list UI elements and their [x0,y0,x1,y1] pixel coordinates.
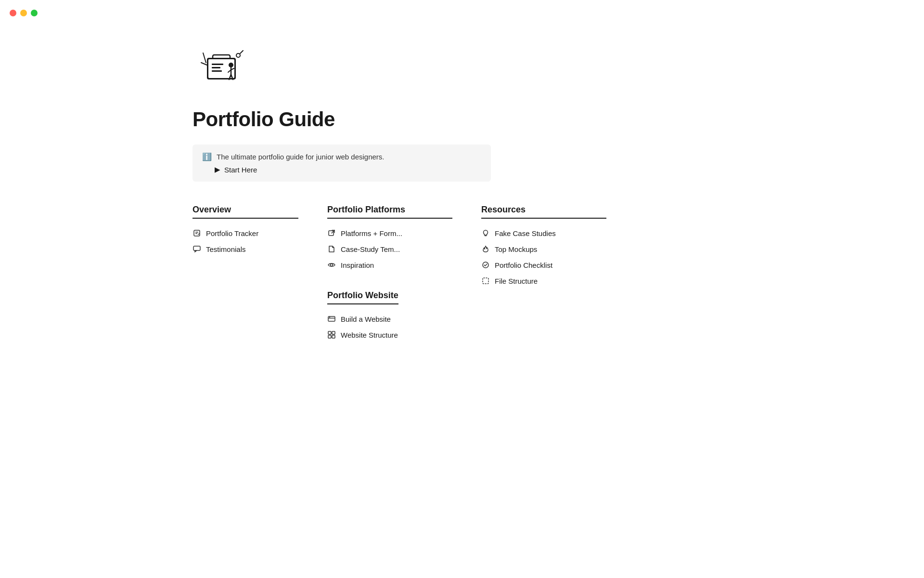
sidebar-item-file-structure[interactable]: File Structure [481,273,606,289]
column-resources: Resources Fake Case Studies Top Mockups [481,205,606,343]
column-overview-title: Overview [192,205,298,219]
play-icon: ▶ [215,165,220,174]
sidebar-item-build-a-website[interactable]: Build a Website [327,311,452,327]
eye-icon [327,261,336,269]
svg-rect-4 [212,67,220,68]
svg-line-12 [203,53,206,63]
info-box-text: The ultimate portfolio guide for junior … [217,153,385,161]
svg-rect-3 [212,64,223,65]
case-study-tem-label: Case-Study Tem... [341,245,400,253]
main-content: Portfolio Guide ℹ️ The ultimate portfoli… [173,0,510,381]
svg-point-14 [236,53,240,57]
inspiration-label: Inspiration [341,261,374,269]
sidebar-item-portfolio-checklist[interactable]: Portfolio Checklist [481,257,606,273]
sidebar-item-fake-case-studies[interactable]: Fake Case Studies [481,225,606,241]
traffic-lights [10,10,38,16]
sidebar-item-top-mockups[interactable]: Top Mockups [481,241,606,257]
svg-rect-23 [328,316,335,321]
start-here-link[interactable]: ▶ Start Here [215,165,481,174]
column-portfolio-platforms: Portfolio Platforms Platforms + Form... [327,205,452,343]
svg-rect-29 [332,335,335,338]
column-platforms-title: Portfolio Platforms [327,205,452,219]
check-circle-icon [481,261,490,269]
file-icon [327,245,336,253]
column-portfolio-website-title: Portfolio Website [327,290,398,304]
svg-point-6 [229,63,233,67]
svg-rect-5 [212,70,222,72]
svg-line-15 [240,51,243,53]
lightbulb-icon [481,229,490,237]
info-box: ℹ️ The ultimate portfolio guide for juni… [192,144,491,182]
website-structure-label: Website Structure [341,331,398,339]
platforms-forms-label: Platforms + Form... [341,229,402,237]
svg-rect-16 [194,230,200,236]
svg-rect-28 [328,335,331,338]
testimonials-label: Testimonials [206,245,246,253]
svg-rect-26 [328,331,331,334]
column-overview: Overview Portfolio Tracker [192,205,298,343]
close-button[interactable] [10,10,16,16]
file-structure-label: File Structure [495,277,538,285]
info-icon: ℹ️ [202,152,212,161]
columns-grid: Overview Portfolio Tracker [192,205,491,343]
edit-icon [192,229,201,237]
svg-rect-27 [332,331,335,334]
svg-rect-19 [193,246,200,250]
fake-case-studies-label: Fake Case Studies [495,229,556,237]
start-here-label: Start Here [224,166,257,174]
external-link-icon [327,229,336,237]
build-a-website-label: Build a Website [341,315,391,323]
comment-icon [192,245,201,253]
hero-illustration [192,39,250,96]
page-title: Portfolio Guide [192,108,491,131]
sub-section-portfolio-website: Portfolio Website Build a Website [327,290,452,343]
svg-point-22 [331,264,333,266]
sidebar-item-case-study-tem[interactable]: Case-Study Tem... [327,241,452,257]
top-mockups-label: Top Mockups [495,245,537,253]
sidebar-item-portfolio-tracker[interactable]: Portfolio Tracker [192,225,298,241]
fire-icon [481,245,490,253]
portfolio-checklist-label: Portfolio Checklist [495,261,552,269]
column-resources-title: Resources [481,205,606,219]
browser-icon [327,315,336,323]
sidebar-item-testimonials[interactable]: Testimonials [192,241,298,257]
sidebar-item-inspiration[interactable]: Inspiration [327,257,452,273]
maximize-button[interactable] [31,10,38,16]
sidebar-item-website-structure[interactable]: Website Structure [327,327,452,343]
info-box-top: ℹ️ The ultimate portfolio guide for juni… [202,152,481,161]
bracket-icon [481,276,490,285]
svg-rect-32 [483,278,488,284]
portfolio-tracker-label: Portfolio Tracker [206,229,258,237]
minimize-button[interactable] [20,10,27,16]
grid-icon [327,330,336,339]
sidebar-item-platforms-forms[interactable]: Platforms + Form... [327,225,452,241]
